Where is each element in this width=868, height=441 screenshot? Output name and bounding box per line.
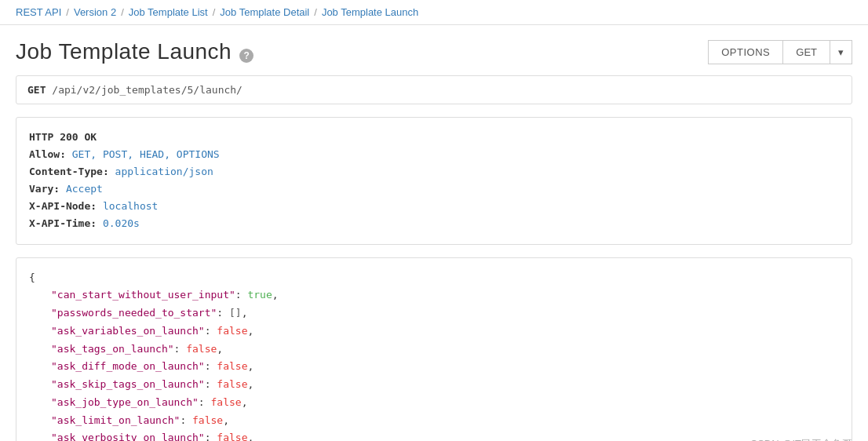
json-line-5: "ask_diff_mode_on_launch": false, (29, 358, 839, 376)
json-key-4: "ask_tags_on_launch" (51, 343, 174, 355)
breadcrumb-sep-2: / (121, 6, 124, 18)
header-buttons: OPTIONS GET ▾ (708, 40, 852, 64)
page-wrapper: REST API / Version 2 / Job Template List… (0, 0, 868, 441)
content-type-key: Content-Type: (29, 166, 109, 177)
json-val-9: false (217, 432, 247, 441)
json-open-brace: { (29, 272, 35, 283)
response-allow-line: Allow: GET, POST, HEAD, OPTIONS (29, 146, 839, 163)
page-header: Job Template Launch ? OPTIONS GET ▾ (0, 25, 868, 75)
http-status: HTTP 200 OK (29, 131, 97, 143)
json-key-9: "ask_verbosity_on_launch" (51, 432, 205, 441)
response-status-line: HTTP 200 OK (29, 129, 839, 146)
vary-value: Accept (66, 183, 103, 195)
json-line-3: "ask_variables_on_launch": false, (29, 323, 839, 341)
api-node-value: localhost (103, 200, 158, 212)
json-key-6: "ask_skip_tags_on_launch" (51, 378, 205, 390)
json-val-4: false (186, 343, 217, 355)
json-val-5: false (217, 360, 247, 372)
response-api-time-line: X-API-Time: 0.020s (29, 215, 839, 232)
breadcrumb: REST API / Version 2 / Job Template List… (0, 0, 868, 25)
url-path-value: /api/v2/job_templates/5/launch/ (52, 84, 243, 96)
response-api-node-line: X-API-Node: localhost (29, 198, 839, 215)
json-line-9: "ask_verbosity_on_launch": false, (29, 429, 839, 441)
url-bar: GET /api/v2/job_templates/5/launch/ (16, 75, 852, 104)
json-panel: { "can_start_without_user_input": true, … (16, 257, 852, 441)
json-val-3: false (217, 325, 247, 337)
json-val-7: false (211, 396, 242, 408)
page-title: Job Template Launch (16, 39, 232, 64)
breadcrumb-job-template-launch: Job Template Launch (322, 6, 418, 18)
json-line-2: "passwords_needed_to_start": [], (29, 304, 839, 323)
json-key-5: "ask_diff_mode_on_launch" (51, 360, 205, 372)
api-node-key: X-API-Node: (29, 200, 97, 212)
response-vary-line: Vary: Accept (29, 180, 839, 198)
response-content-type-line: Content-Type: application/json (29, 163, 839, 180)
breadcrumb-version2[interactable]: Version 2 (74, 6, 116, 18)
json-key-7: "ask_job_type_on_launch" (51, 396, 199, 408)
page-title-group: Job Template Launch ? (16, 39, 253, 64)
json-val-8: false (192, 414, 223, 426)
api-time-value: 0.020s (103, 217, 140, 229)
json-val-6: false (217, 378, 247, 390)
json-key-8: "ask_limit_on_launch" (51, 414, 180, 426)
allow-key: Allow: (29, 148, 66, 160)
json-key-2: "passwords_needed_to_start" (51, 307, 217, 319)
help-icon[interactable]: ? (239, 49, 253, 63)
breadcrumb-rest-api[interactable]: REST API (16, 6, 61, 18)
dropdown-button[interactable]: ▾ (830, 40, 852, 64)
api-time-key: X-API-Time: (29, 217, 97, 229)
json-key-3: "ask_variables_on_launch" (51, 325, 205, 337)
get-button[interactable]: GET (782, 40, 830, 64)
breadcrumb-job-template-list[interactable]: Job Template List (129, 6, 208, 18)
json-val-2: [] (229, 307, 242, 319)
json-line-4: "ask_tags_on_launch": false, (29, 341, 839, 359)
breadcrumb-sep-4: / (314, 6, 317, 18)
vary-key: Vary: (29, 183, 60, 195)
watermark: CSDN @IT民工金鱼哥 (750, 437, 852, 441)
content-type-value: application/json (115, 166, 213, 177)
json-val-1: true (247, 289, 272, 301)
json-line-1: "can_start_without_user_input": true, (29, 286, 839, 304)
breadcrumb-job-template-detail[interactable]: Job Template Detail (220, 6, 309, 18)
json-line-8: "ask_limit_on_launch": false, (29, 412, 839, 430)
breadcrumb-sep-3: / (213, 6, 216, 18)
allow-value-text: GET, POST, HEAD, OPTIONS (72, 148, 220, 160)
json-line-7: "ask_job_type_on_launch": false, (29, 394, 839, 412)
url-method: GET (27, 84, 46, 96)
breadcrumb-sep-1: / (66, 6, 69, 18)
response-headers: HTTP 200 OK Allow: GET, POST, HEAD, OPTI… (29, 129, 839, 233)
json-line-6: "ask_skip_tags_on_launch": false, (29, 376, 839, 394)
options-button[interactable]: OPTIONS (708, 40, 782, 64)
json-key-1: "can_start_without_user_input" (51, 289, 235, 301)
response-panel: HTTP 200 OK Allow: GET, POST, HEAD, OPTI… (16, 117, 852, 245)
